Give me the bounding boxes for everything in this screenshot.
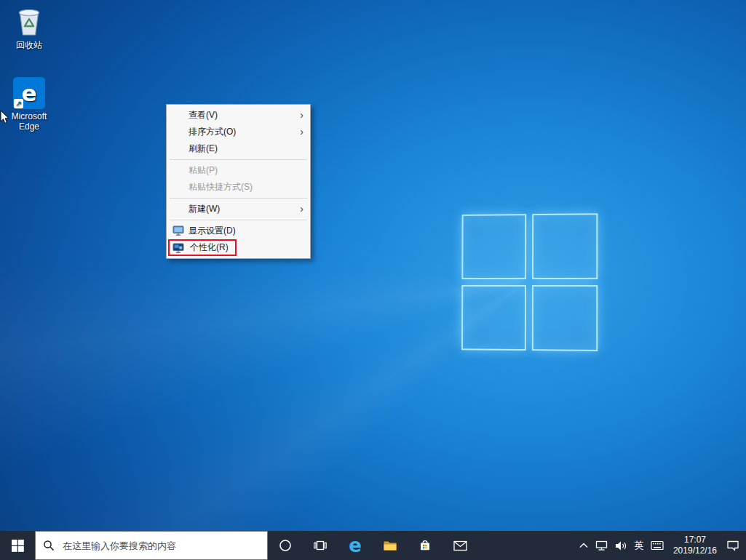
search-icon [43,540,55,551]
clock-date: 2019/12/16 [673,545,717,556]
menu-separator [170,198,307,199]
recycle-bin-icon [14,4,44,38]
submenu-arrow-icon: › [300,203,303,215]
store-button[interactable] [408,531,443,560]
file-explorer-button[interactable] [373,531,408,560]
submenu-arrow-icon: › [300,109,303,121]
taskbar-clock[interactable]: 17:07 2019/12/16 [667,535,723,556]
edge-taskbar-button[interactable]: e [338,531,373,560]
shortcut-arrow-icon: ↗ [14,99,23,108]
cortana-button[interactable] [268,531,303,560]
task-view-icon [314,539,327,552]
edge-label: Microsoft Edge [1,111,57,132]
windows-logo-pane [461,285,526,351]
edge-icon: e ↗ [13,77,45,109]
speaker-icon [615,540,627,551]
edge-desktop-icon[interactable]: e ↗ Microsoft Edge [1,77,57,132]
clock-time: 17:07 [684,535,706,545]
submenu-arrow-icon: › [300,126,303,137]
tray-show-hidden-icons-button[interactable] [576,531,592,560]
network-ethernet-icon [595,540,608,551]
context-menu-item-sort-by[interactable]: 排序方式(O) › [167,124,310,140]
action-center-icon [726,540,739,551]
windows-logo-pane [461,214,526,279]
taskbar: e [0,531,746,560]
context-menu-item-paste-shortcut[interactable]: 粘贴快捷方式(S) [167,179,310,196]
personalize-icon [172,242,184,254]
start-button[interactable] [0,531,35,560]
ime-language-indicator[interactable]: 英 [631,531,647,560]
action-center-button[interactable] [723,531,743,560]
file-explorer-icon [383,539,397,552]
annotation-highlight-box: 个性化(R) [168,239,237,256]
touch-keyboard-button[interactable] [647,531,667,560]
network-tray-button[interactable] [592,531,611,560]
desktop-context-menu: 查看(V) › 排序方式(O) › 刷新(E) 粘贴(P) 粘贴快捷方式(S) … [166,104,311,259]
touch-keyboard-icon [651,540,664,551]
display-settings-icon [172,225,184,236]
windows-logo-watermark [461,213,598,351]
chevron-up-icon [579,543,588,548]
task-view-button[interactable] [303,531,338,560]
edge-icon: e [349,536,362,555]
windows-logo-pane [532,213,598,279]
windows-logo-pane [532,285,598,351]
mail-button[interactable] [443,531,477,560]
search-input[interactable] [61,540,260,552]
menu-separator [170,220,307,220]
microsoft-store-icon [418,539,432,552]
context-menu-item-paste[interactable]: 粘贴(P) [167,162,310,179]
context-menu-item-new[interactable]: 新建(W) › [167,201,310,217]
taskbar-search-box[interactable] [35,531,268,560]
volume-tray-button[interactable] [611,531,631,560]
menu-separator [170,159,307,160]
context-menu-item-display-settings[interactable]: 显示设置(D) [167,223,310,239]
recycle-bin-desktop-icon[interactable]: 回收站 [1,4,57,50]
context-menu-item-refresh[interactable]: 刷新(E) [167,140,310,157]
recycle-bin-label: 回收站 [16,40,42,50]
desktop: 回收站 e ↗ Microsoft Edge 查看(V) › 排序方式(O) ›… [0,0,746,560]
mail-icon [453,540,467,551]
context-menu-item-personalize[interactable]: 个性化(R) [167,239,310,256]
system-tray: 英 17:07 2019/12/16 [576,531,746,560]
windows-start-icon [12,540,24,552]
context-menu-item-view[interactable]: 查看(V) › [167,107,310,124]
cortana-icon [279,539,292,552]
desktop-wallpaper[interactable] [0,0,746,560]
